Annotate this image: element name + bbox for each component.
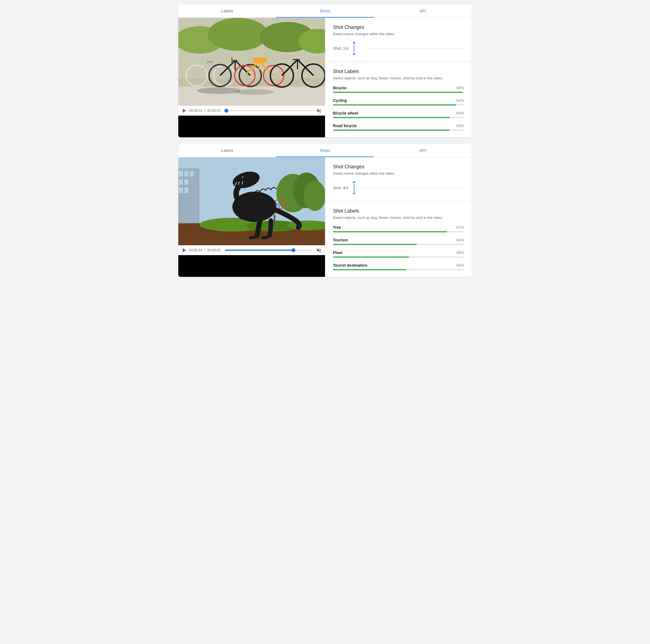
arrow-down-icon-1 bbox=[353, 53, 356, 55]
arrow-up-icon-2 bbox=[353, 181, 356, 183]
mute-button-1[interactable] bbox=[316, 108, 322, 113]
tab-api-2[interactable]: API bbox=[374, 144, 472, 157]
progress-thumb-2[interactable] bbox=[291, 248, 295, 252]
label-name-plant: Plant bbox=[333, 251, 342, 255]
tab-shots-2[interactable]: Shots bbox=[276, 144, 374, 157]
progress-thumb-1[interactable] bbox=[224, 109, 228, 113]
label-row-bicycle-wheel: Bicycle wheel 89% bbox=[333, 111, 464, 118]
tabs-bar-2: Labels Shots API bbox=[178, 144, 472, 157]
card-body-1: 00:00:01 / 00:00:43 Shot Changes bbox=[178, 18, 472, 137]
shot-indicator-1: Shot: 1/4 bbox=[333, 41, 464, 55]
tab-api-1[interactable]: API bbox=[374, 4, 472, 17]
progress-bar-1[interactable] bbox=[225, 110, 312, 111]
label-pct-plant: 58% bbox=[456, 251, 464, 255]
video-panel-2: 00:00:34 / 00:00:43 bbox=[178, 157, 325, 277]
card-2: Labels Shots API bbox=[178, 144, 472, 277]
shot-labels-title-1: Shot Labels bbox=[333, 69, 464, 74]
label-pct-bicycle: 99% bbox=[456, 86, 464, 90]
shot-labels-section-1: Shot Labels Detect objects, such as dog,… bbox=[325, 62, 472, 137]
label-bar-road-bicycle bbox=[333, 129, 464, 131]
right-panel-2: Shot Changes Detect scene changes within… bbox=[325, 157, 472, 277]
shot-labels-desc-2: Detect objects, such as dog, flower, hum… bbox=[333, 216, 464, 220]
label-header-bicycle: Bicycle 99% bbox=[333, 86, 464, 90]
label-name-bicycle: Bicycle bbox=[333, 86, 347, 90]
shot-labels-desc-1: Detect objects, such as dog, flower, hum… bbox=[333, 76, 464, 80]
svg-point-8 bbox=[235, 89, 274, 95]
progress-bar-2[interactable] bbox=[225, 250, 312, 251]
label-row-bicycle: Bicycle 99% bbox=[333, 86, 464, 93]
svg-rect-38 bbox=[179, 171, 183, 177]
label-pct-road-bicycle: 89% bbox=[456, 123, 464, 128]
svg-rect-41 bbox=[179, 179, 183, 185]
label-header-tree: Tree 87% bbox=[333, 225, 464, 230]
label-bar-fill-cycling bbox=[333, 104, 456, 106]
play-button-2[interactable] bbox=[182, 248, 187, 253]
mute-button-2[interactable] bbox=[316, 248, 322, 253]
svg-point-2 bbox=[208, 18, 268, 51]
svg-point-7 bbox=[197, 87, 241, 94]
shot-changes-title-2: Shot Changes bbox=[333, 164, 464, 170]
label-pct-bicycle-wheel: 89% bbox=[456, 111, 464, 115]
label-bar-bicycle bbox=[333, 92, 464, 93]
label-bar-tree bbox=[333, 231, 464, 232]
video-thumbnail-1 bbox=[178, 18, 325, 106]
time-separator-2: / bbox=[205, 248, 205, 252]
label-bar-fill-road-bicycle bbox=[333, 129, 450, 131]
tab-shots-1[interactable]: Shots bbox=[276, 4, 374, 17]
label-header-plant: Plant 58% bbox=[333, 251, 464, 255]
tab-labels-1[interactable]: Labels bbox=[178, 4, 276, 17]
label-row-tree: Tree 87% bbox=[333, 225, 464, 232]
arrow-line-1 bbox=[354, 44, 354, 52]
label-bar-fill-tourism bbox=[333, 244, 417, 245]
label-pct-tourist-destination: 56% bbox=[456, 263, 464, 267]
label-header-tourism: Tourism 64% bbox=[333, 238, 464, 242]
label-row-cycling: Cycling 94% bbox=[333, 98, 464, 106]
svg-rect-43 bbox=[179, 188, 183, 193]
label-pct-cycling: 94% bbox=[456, 98, 464, 103]
arrow-up-icon-1 bbox=[353, 41, 356, 43]
label-bar-fill-plant bbox=[333, 257, 409, 258]
label-row-tourist-destination: Tourist destination 56% bbox=[333, 263, 464, 270]
page-container: Labels Shots API bbox=[174, 0, 476, 281]
label-header-bicycle-wheel: Bicycle wheel 89% bbox=[333, 111, 464, 115]
video-controls-2: 00:00:34 / 00:00:43 bbox=[178, 245, 325, 255]
arrow-line-2 bbox=[354, 184, 354, 192]
svg-rect-44 bbox=[184, 188, 188, 193]
shot-labels-section-2: Shot Labels Detect objects, such as dog,… bbox=[325, 201, 472, 277]
label-bar-fill-bicycle bbox=[333, 92, 463, 93]
label-row-plant: Plant 58% bbox=[333, 251, 464, 258]
label-name-cycling: Cycling bbox=[333, 98, 347, 103]
label-header-cycling: Cycling 94% bbox=[333, 98, 464, 103]
shot-labels-title-2: Shot Labels bbox=[333, 208, 464, 214]
shot-divider-1 bbox=[362, 48, 464, 49]
label-bar-cycling bbox=[333, 104, 464, 106]
arrow-down-icon-2 bbox=[353, 193, 356, 195]
label-row-road-bicycle: Road bicycle 89% bbox=[333, 123, 464, 131]
time-separator-1: / bbox=[205, 109, 205, 113]
shot-changes-desc-2: Detect scene changes within the video. bbox=[333, 172, 464, 176]
label-name-tourism: Tourism bbox=[333, 238, 348, 242]
play-button-1[interactable] bbox=[182, 108, 187, 113]
time-total-2: 00:00:43 bbox=[208, 248, 220, 252]
label-pct-tree: 87% bbox=[456, 225, 464, 230]
time-total-1: 00:00:43 bbox=[208, 109, 220, 113]
label-bar-bicycle-wheel bbox=[333, 117, 464, 118]
label-bar-fill-bicycle-wheel bbox=[333, 117, 450, 118]
card-1: Labels Shots API bbox=[178, 4, 472, 137]
shot-arrow-2 bbox=[353, 181, 356, 195]
shot-changes-desc-1: Detect scene changes within the video. bbox=[333, 32, 464, 36]
tab-labels-2[interactable]: Labels bbox=[178, 144, 276, 157]
label-bar-tourism bbox=[333, 244, 464, 245]
label-header-tourist-destination: Tourist destination 56% bbox=[333, 263, 464, 267]
shot-label-1: Shot: 1/4 bbox=[333, 46, 348, 50]
svg-rect-42 bbox=[184, 179, 188, 185]
video-thumbnail-2 bbox=[178, 157, 325, 245]
label-name-tourist-destination: Tourist destination bbox=[333, 263, 367, 267]
shot-arrow-1 bbox=[353, 41, 356, 55]
time-display-1: 00:00:01 bbox=[189, 109, 202, 113]
label-bar-fill-tree bbox=[333, 231, 447, 232]
shot-indicator-2: Shot: 4/4 bbox=[333, 181, 464, 195]
progress-fill-2 bbox=[225, 250, 294, 251]
video-controls-1: 00:00:01 / 00:00:43 bbox=[178, 106, 325, 116]
label-row-tourism: Tourism 64% bbox=[333, 238, 464, 245]
